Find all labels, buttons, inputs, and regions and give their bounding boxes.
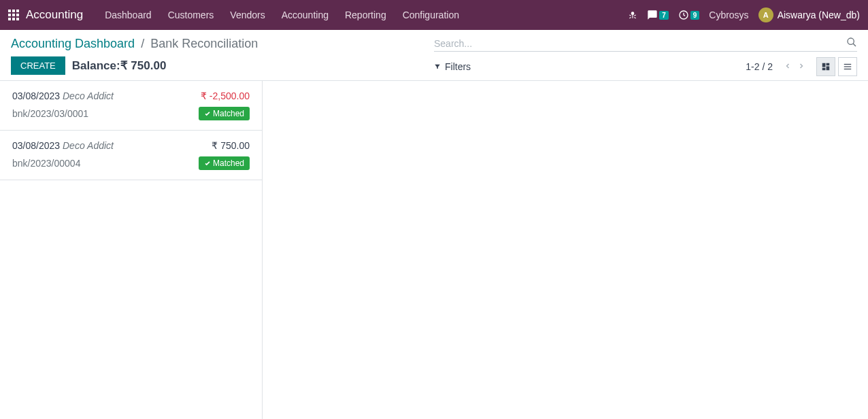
record-amount: ₹ -2,500.00	[201, 90, 250, 101]
status-badge: Matched	[199, 107, 250, 120]
control-panel-right: Filters 1-2 / 2	[434, 37, 857, 76]
navbar-menu: Dashboard Customers Vendors Accounting R…	[97, 0, 467, 30]
debug-icon[interactable]	[628, 10, 637, 20]
user-name: Aiswarya (New_db)	[778, 10, 860, 20]
status-text: Matched	[213, 158, 244, 168]
record-reference: bnk/2023/03/0001	[12, 108, 88, 119]
list-item[interactable]: 03/08/2023 Deco Addict ₹ -2,500.00 bnk/2…	[0, 81, 262, 131]
nav-customers[interactable]: Customers	[160, 0, 222, 30]
svg-rect-2	[16, 10, 19, 12]
svg-rect-8	[16, 18, 19, 20]
status-text: Matched	[213, 109, 244, 118]
svg-rect-1	[12, 10, 15, 12]
nav-reporting[interactable]: Reporting	[337, 0, 395, 30]
pager-nav	[782, 60, 807, 73]
svg-rect-3	[8, 14, 11, 16]
svg-rect-15	[827, 66, 830, 70]
record-date: 03/08/2023	[12, 140, 63, 151]
record-amount: ₹ 750.00	[212, 140, 250, 151]
search-options: Filters 1-2 / 2	[434, 57, 857, 76]
svg-rect-0	[8, 10, 11, 12]
pager-text: 1-2 / 2	[746, 61, 773, 72]
view-switcher	[816, 57, 857, 76]
record-partner: Deco Addict	[63, 90, 201, 101]
search-input[interactable]	[434, 38, 846, 49]
pager-next[interactable]	[796, 60, 807, 73]
breadcrumb-separator: /	[141, 37, 144, 50]
messages-badge: 7	[659, 11, 669, 20]
check-icon	[204, 160, 211, 167]
filters-button[interactable]: Filters	[434, 61, 471, 72]
search-bar	[434, 37, 857, 52]
breadcrumb-current: Bank Reconciliation	[150, 37, 258, 50]
filter-icon	[434, 63, 441, 70]
control-panel: Accounting Dashboard / Bank Reconciliati…	[0, 30, 868, 81]
balance-display: Balance:₹ 750.00	[72, 58, 167, 73]
navbar-brand[interactable]: Accounting	[26, 8, 83, 22]
svg-rect-6	[8, 18, 11, 20]
record-partner: Deco Addict	[63, 140, 212, 151]
nav-configuration[interactable]: Configuration	[395, 0, 467, 30]
svg-point-9	[631, 12, 635, 15]
balance-value: ₹ 750.00	[120, 59, 167, 72]
messages-icon[interactable]: 7	[647, 10, 669, 20]
svg-rect-12	[822, 63, 826, 67]
avatar: A	[758, 7, 773, 22]
balance-label: Balance:	[72, 59, 120, 72]
nav-dashboard[interactable]: Dashboard	[97, 0, 160, 30]
control-panel-left: Accounting Dashboard / Bank Reconciliati…	[11, 37, 434, 76]
breadcrumb-parent[interactable]: Accounting Dashboard	[11, 37, 135, 50]
activities-badge: 9	[690, 11, 700, 20]
svg-rect-13	[827, 63, 830, 66]
navbar-right: 7 9 Cybrosys A Aiswarya (New_db)	[628, 7, 860, 22]
kanban-view-button[interactable]	[816, 57, 835, 76]
create-button[interactable]: CREATE	[11, 56, 65, 75]
company-selector[interactable]: Cybrosys	[709, 10, 748, 20]
apps-icon[interactable]	[8, 10, 19, 20]
svg-rect-4	[12, 14, 15, 16]
filters-label: Filters	[445, 61, 471, 72]
record-date: 03/08/2023	[12, 90, 63, 101]
user-menu[interactable]: A Aiswarya (New_db)	[758, 7, 860, 22]
record-reference: bnk/2023/00004	[12, 158, 80, 169]
pager-prev[interactable]	[782, 60, 793, 73]
status-badge: Matched	[199, 156, 250, 170]
svg-rect-7	[12, 18, 15, 20]
pager-area: 1-2 / 2	[746, 57, 857, 76]
list-view-button[interactable]	[838, 57, 857, 76]
svg-point-11	[848, 38, 854, 44]
action-bar: CREATE Balance:₹ 750.00	[11, 56, 434, 75]
nav-accounting[interactable]: Accounting	[273, 0, 337, 30]
navbar: Accounting Dashboard Customers Vendors A…	[0, 0, 868, 30]
activities-icon[interactable]: 9	[678, 10, 700, 20]
content-area: 03/08/2023 Deco Addict ₹ -2,500.00 bnk/2…	[0, 81, 868, 419]
record-list: 03/08/2023 Deco Addict ₹ -2,500.00 bnk/2…	[0, 81, 263, 419]
breadcrumb: Accounting Dashboard / Bank Reconciliati…	[11, 37, 434, 51]
svg-rect-14	[822, 68, 826, 71]
svg-rect-5	[16, 14, 19, 16]
list-item[interactable]: 03/08/2023 Deco Addict ₹ 750.00 bnk/2023…	[0, 131, 262, 180]
search-icon[interactable]	[846, 37, 857, 50]
nav-vendors[interactable]: Vendors	[222, 0, 273, 30]
check-icon	[204, 110, 211, 117]
